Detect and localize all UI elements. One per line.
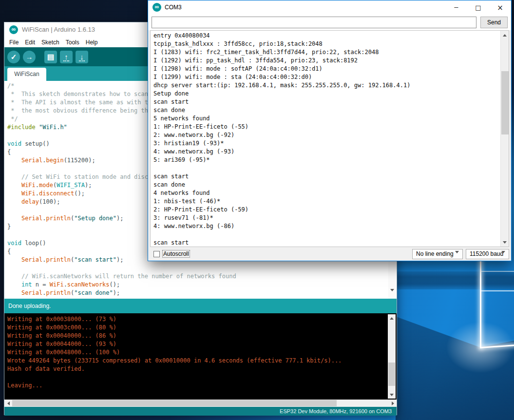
wallpaper-shadow-band: [396, 271, 514, 289]
menu-edit[interactable]: Edit: [25, 39, 35, 46]
ide-window-title: WiFiScan | Arduino 1.6.13: [22, 22, 95, 37]
serial-send-input[interactable]: [152, 17, 476, 28]
code-line: // WiFi.scanNetworks will return the num…: [7, 272, 236, 281]
chevron-down-icon: [501, 253, 505, 260]
serial-monitor-titlebar[interactable]: ∞ COM3 ─ □ ×: [148, 0, 511, 15]
console-scrollbar[interactable]: [388, 314, 396, 399]
console-line: Writing at 0x0003c000... (80 %): [7, 324, 342, 332]
console-line: Writing at 0x00048000... (100 %): [7, 348, 342, 357]
scroll-left-icon[interactable]: [4, 400, 12, 407]
verify-icon: ✓: [11, 53, 17, 61]
baud-rate-dropdown[interactable]: 115200 baud: [466, 249, 509, 259]
serial-line: 4: www.networx.bg (-93): [153, 148, 410, 156]
serial-line: 4 networks found: [153, 189, 410, 197]
serial-scrollbar-thumb[interactable]: [501, 71, 509, 134]
serial-line: scan start: [153, 98, 410, 106]
serial-line: 2: www.networx.bg (-92): [153, 131, 410, 139]
wallpaper-glow: [441, 318, 514, 377]
serial-line: 2: HP-Print-EE-ficeto (-59): [153, 206, 410, 214]
horizontal-scrollbar[interactable]: [4, 400, 397, 407]
console-line: Writing at 0x00044000... (93 %): [7, 340, 342, 348]
arduino-logo-icon: ∞: [9, 25, 18, 34]
serial-line: 4: www.networx.bg (-86): [153, 222, 410, 230]
close-icon[interactable]: ×: [489, 0, 511, 15]
scroll-up-icon[interactable]: [388, 314, 396, 322]
upload-button[interactable]: →: [23, 51, 36, 63]
maximize-icon[interactable]: □: [467, 0, 489, 15]
serial-line: 5 networks found: [153, 115, 410, 123]
serial-monitor-bottom-bar: Autoscroll No line ending 115200 baud: [148, 247, 511, 261]
serial-monitor-title: COM3: [165, 0, 182, 15]
scroll-down-icon[interactable]: [388, 391, 396, 399]
menu-sketch[interactable]: Sketch: [41, 39, 59, 46]
console-line: Writing at 0x00038000... (73 %): [7, 315, 342, 324]
code-line: [7, 264, 236, 272]
serial-line: Setup done: [153, 90, 410, 98]
open-button[interactable]: ↑: [60, 51, 73, 63]
serial-output-text: entry 0x40080034tcpip_task_hdlxxx : 3ffd…: [153, 32, 410, 247]
open-icon: ↑: [64, 53, 68, 61]
serial-line: [153, 164, 410, 172]
serial-line: I (1299) wifi: mode : sta (24:0a:c4:00:3…: [153, 73, 410, 81]
new-button[interactable]: ▤: [44, 51, 57, 63]
menu-help[interactable]: Help: [86, 39, 98, 46]
console-scrollbar-thumb[interactable]: [388, 363, 395, 386]
serial-line: scan done: [153, 106, 410, 115]
wallpaper-light-line: [480, 271, 514, 272]
verify-button[interactable]: ✓: [7, 51, 20, 63]
code-line: int n = WiFi.scanNetworks();: [7, 281, 236, 289]
window-controls: ─ □ ×: [445, 0, 511, 15]
console-line: [7, 373, 342, 382]
horizontal-scrollbar-thumb[interactable]: [12, 400, 337, 406]
console-line: Wrote 449264 bytes (233715 compressed) a…: [7, 357, 342, 365]
wallpaper-light-line: [480, 259, 481, 348]
baud-rate-value: 115200 baud: [470, 250, 503, 257]
scroll-up-icon[interactable]: [501, 31, 509, 39]
scroll-right-icon[interactable]: [389, 400, 397, 407]
serial-line: tcpip_task_hdlxxx : 3ffd58cc, prio:18,st…: [153, 40, 410, 48]
dotted-base: [63, 60, 69, 61]
serial-line: I (1292) wifi: pp_task_hdl : 3ffda554, p…: [153, 57, 410, 65]
serial-line: I (1283) wifi: frc2_timer_task_hdl:3ffd7…: [153, 48, 410, 57]
serial-line: [153, 230, 410, 239]
scroll-down-icon[interactable]: [388, 286, 396, 294]
serial-scrollbar[interactable]: [500, 31, 509, 247]
tab-wifiscan[interactable]: WiFiScan: [7, 68, 46, 81]
console-text: Writing at 0x00038000... (73 %)Writing a…: [7, 315, 342, 390]
minimize-icon[interactable]: ─: [445, 0, 467, 15]
arduino-logo-icon: ∞: [152, 3, 161, 12]
serial-line: scan done: [153, 181, 410, 189]
serial-monitor-window: ∞ COM3 ─ □ × Send entry 0x40080034tcpip_…: [148, 0, 512, 261]
save-icon: ↓: [80, 53, 84, 61]
console-line: Writing at 0x00040000... (86 %): [7, 332, 342, 340]
serial-line: 3: hristian19 (-93)*: [153, 139, 410, 148]
scroll-down-icon[interactable]: [501, 238, 509, 246]
chevron-down-icon: [455, 253, 459, 260]
serial-line: I (1298) wifi: mode : softAP (24:0a:c4:0…: [153, 65, 410, 73]
autoscroll-checkbox[interactable]: [153, 251, 160, 257]
new-icon: ▤: [47, 53, 54, 61]
serial-line: 1: HP-Print-EE-ficeto (-55): [153, 123, 410, 131]
line-ending-dropdown[interactable]: No line ending: [412, 249, 463, 259]
menu-tools[interactable]: Tools: [66, 39, 79, 46]
dotted-base: [79, 60, 85, 61]
upload-status-bar: Done uploading.: [4, 299, 397, 313]
serial-line: 5: ari369 (-95)*: [153, 156, 410, 164]
serial-line: dhcp server start:(ip: 192.168.4.1, mask…: [153, 81, 410, 90]
save-button[interactable]: ↓: [76, 51, 88, 63]
console-line: Hash of data verified.: [7, 365, 342, 373]
serial-line: 3: rusev71 (-81)*: [153, 214, 410, 222]
serial-line: 1: nbis-test (-46)*: [153, 197, 410, 206]
serial-line: scan start: [153, 172, 410, 181]
console-line: Leaving...: [7, 382, 342, 390]
screen: ∞ WiFiScan | Arduino 1.6.13 FileEditSket…: [0, 0, 514, 420]
code-line: Serial.println("scan done");: [7, 289, 236, 297]
autoscroll-label[interactable]: Autoscroll: [162, 250, 190, 258]
serial-input-row: Send: [148, 15, 511, 30]
send-button[interactable]: Send: [480, 17, 508, 28]
upload-icon: →: [26, 53, 33, 61]
serial-output[interactable]: entry 0x40080034tcpip_task_hdlxxx : 3ffd…: [150, 30, 509, 247]
wallpaper-light-line: [480, 290, 514, 291]
menu-file[interactable]: File: [9, 39, 19, 46]
serial-line: scan start: [153, 239, 410, 247]
